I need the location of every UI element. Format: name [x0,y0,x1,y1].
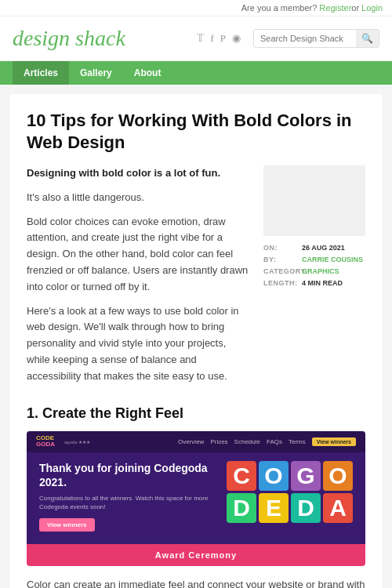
banner-logo: CODE GODA [36,435,55,449]
logo-part1: design [13,26,75,50]
meta-length-value: 4 MIN READ [302,279,343,287]
logo[interactable]: design shack [13,26,125,51]
banner-content-left: Thank you for joining Codegoda 2021. Con… [39,461,227,532]
nav-faqs[interactable]: FAQs [267,438,282,445]
letter-O1: O [259,461,289,491]
nav-prizes[interactable]: Prizes [210,438,227,445]
nav-item-articles[interactable]: Articles [13,61,69,85]
meta-length-label: LENGTH: [263,279,299,287]
article-sidebar: ON: 26 AUG 2021 BY: CARRIE COUSINS CATEG… [263,165,365,393]
header-social: 𝕋 f P ◉ 🔍 [197,29,379,48]
meta-category-value[interactable]: GRAPHICS [302,267,339,275]
intro-p2: It's also a little dangerous. [27,190,251,206]
facebook-icon[interactable]: f [210,32,213,45]
twitter-icon[interactable]: 𝕋 [197,32,204,45]
body-text: Color can create an immediate feel and c… [27,577,365,588]
main-nav: Articles Gallery About [0,61,392,85]
banner-main: CODE GODA agoda ★★★ Overview Prizes Sche… [27,431,365,545]
agoda-icon: agoda ★★★ [64,439,90,445]
meta-by-row: BY: CARRIE COUSINS [263,256,365,263]
meta-category-label: CATEGORY: [263,267,299,275]
meta-by-label: BY: [263,256,299,263]
nav-item-gallery[interactable]: Gallery [69,61,123,85]
meta-length-row: LENGTH: 4 MIN READ [263,279,365,287]
nav-item-about[interactable]: About [123,61,172,85]
top-bar: Are you a member? Register or Login [0,0,392,16]
logo-part2: shack [75,26,125,50]
register-link[interactable]: Register [319,3,351,13]
banner-headline: Thank you for joining Codegoda 2021. [39,461,227,489]
member-text: Are you a member? [241,3,318,13]
article-body-text: Designing with bold color is a lot of fu… [27,165,251,393]
letter-C: C [227,461,256,491]
intro-bold: Designing with bold color is a lot of fu… [27,165,251,182]
letter-A: A [323,493,353,523]
letter-G: G [291,461,321,491]
header: design shack 𝕋 f P ◉ 🔍 [0,16,392,61]
banner-nav-items: Overview Prizes Schedule FAQs Terms View… [178,437,356,446]
login-link[interactable]: Login [361,3,383,13]
letter-O2: O [323,461,353,491]
banner-footer: Award Ceremony [27,544,365,566]
meta-category-row: CATEGORY: GRAPHICS [263,267,365,275]
or-text: or [351,3,359,13]
meta-on-row: ON: 26 AUG 2021 [263,244,365,252]
meta-on-value: 26 AUG 2021 [302,244,345,252]
letter-E: E [259,493,289,523]
goda-letters-grid: G O D A [291,461,353,523]
meta-on-label: ON: [263,244,299,252]
view-winners-nav-btn[interactable]: View winners [312,437,356,446]
article-container: 10 Tips for Working With Bold Colors in … [9,94,383,588]
letter-D1: D [227,493,256,523]
banner-top-bar: CODE GODA agoda ★★★ Overview Prizes Sche… [27,431,365,453]
pinterest-icon[interactable]: P [220,32,226,45]
search-input[interactable] [254,31,356,46]
nav-overview[interactable]: Overview [178,438,204,445]
nav-list: Articles Gallery About [13,61,379,85]
code-letters-grid: C O D E [227,461,289,523]
codegoda-banner: CODE GODA agoda ★★★ Overview Prizes Sche… [27,431,365,567]
section1-heading: 1. Create the Right Feel [27,405,365,422]
article-image [263,165,365,236]
nav-schedule[interactable]: Schedule [234,438,260,445]
banner-cta-btn[interactable]: View winners [39,518,95,532]
article-intro-section: Designing with bold color is a lot of fu… [27,165,365,393]
search-button[interactable]: 🔍 [356,30,379,47]
intro-p3: Bold color choices can evoke emotion, dr… [27,214,251,296]
nav-terms[interactable]: Terms [289,438,306,445]
meta-by-value[interactable]: CARRIE COUSINS [302,256,363,263]
article-title: 10 Tips for Working With Bold Colors in … [27,110,365,153]
letter-D2: D [291,493,321,523]
banner-logo-goda: GODA [36,441,55,448]
banner-sub: Congratulations to all the winners. Watc… [39,494,227,511]
intro-p4: Here's a look at a few ways to use bold … [27,303,251,385]
meta-table: ON: 26 AUG 2021 BY: CARRIE COUSINS CATEG… [263,244,365,287]
rss-icon[interactable]: ◉ [232,32,241,45]
search-bar: 🔍 [253,29,379,48]
